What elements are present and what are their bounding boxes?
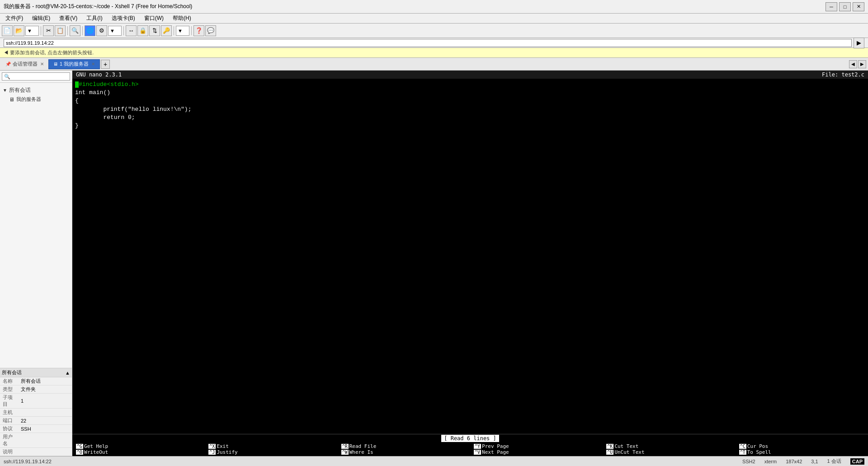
add-tab-button[interactable]: + <box>101 60 110 69</box>
key-uncut-text: UnCut Text <box>614 449 644 455</box>
prop-port-key: 端口 <box>0 417 18 425</box>
menu-help[interactable]: 帮助(H) <box>169 14 195 23</box>
tb-copy[interactable]: 📋 <box>55 25 66 36</box>
close-button[interactable]: ✕ <box>853 2 864 11</box>
prop-name-val: 所有会话 <box>18 377 72 385</box>
app-title: 我的服务器 - root@VM-20-15-centos:~/code - Xs… <box>4 3 192 10</box>
code-line-3: { <box>75 97 865 105</box>
minimize-button[interactable]: ─ <box>826 2 837 11</box>
shortcut-key-get-help: ^G Get Help <box>76 443 201 449</box>
prop-port-row: 端口 22 <box>0 417 72 425</box>
menu-tools[interactable]: 工具(I) <box>83 14 106 23</box>
tab-nav-left[interactable]: ◀ <box>849 60 857 68</box>
code-line-5: return 0; <box>75 114 865 122</box>
tab-nav-right[interactable]: ▶ <box>858 60 866 68</box>
sidebar-item-my-server[interactable]: 🖥 我的服务器 <box>2 95 70 104</box>
shortcut-key-to-spell: ^T To Spell <box>739 449 864 455</box>
prop-count-row: 子项目 1 <box>0 394 72 409</box>
menu-file[interactable]: 文件(F) <box>2 14 27 23</box>
ctrl-k: ^K <box>606 444 613 449</box>
tree-group-header[interactable]: ▼ 所有会话 <box>2 86 70 95</box>
nano-status-badge: [ Read 6 lines ] <box>441 435 499 442</box>
tb-transfer[interactable]: ⇅ <box>149 25 160 36</box>
tb-key[interactable]: 🔑 <box>161 25 172 36</box>
tb-combo2[interactable]: ▼ <box>108 26 122 36</box>
sidebar-item-label: 我的服务器 <box>16 96 41 103</box>
prop-name-key: 名称 <box>0 377 18 385</box>
shortcut-key-cut-text: ^K Cut Text <box>606 443 731 449</box>
session-tabs-bar: 📌 会话管理器 ✕ 🖥 1 我的服务器 ✕ + ◀ ▶ <box>0 58 868 71</box>
sidebar-search <box>0 71 72 83</box>
tb-new[interactable]: 📄 <box>2 25 13 36</box>
address-go[interactable]: ▶ <box>854 38 864 48</box>
key-prev-page: Prev Page <box>482 443 509 449</box>
status-ssh-version: SSH2 <box>742 459 755 464</box>
ctrl-o: ^O <box>76 450 83 455</box>
prop-host-key: 主机 <box>0 409 18 417</box>
tb-extra[interactable]: 💬 <box>205 25 216 36</box>
shortcut-key-cur-pos: ^C Cur Pos <box>739 443 864 449</box>
pin-icon[interactable]: 📌 <box>5 62 11 67</box>
key-where-is: Where Is <box>349 449 373 455</box>
props-expand-icon[interactable]: ▲ <box>65 370 70 376</box>
tree-group-all-sessions: ▼ 所有会话 🖥 我的服务器 <box>0 85 72 105</box>
menu-edit[interactable]: 编辑(E) <box>28 14 54 23</box>
tb-search[interactable]: 🔍 <box>70 25 80 36</box>
session-tab-active[interactable]: 🖥 1 我的服务器 ✕ <box>48 59 100 69</box>
shortcut-key-read-file: ^R Read File <box>341 443 467 449</box>
terminal-area[interactable]: GNU nano 2.3.1 File: test2.c #include<st… <box>72 71 868 456</box>
tb-arrows[interactable]: ↔ <box>126 25 137 36</box>
prop-proto-val: SSH <box>18 425 72 433</box>
shortcut-key-where-is: ^W Where Is <box>341 449 467 455</box>
prop-type-key: 类型 <box>0 385 18 394</box>
ctrl-u: ^U <box>606 450 613 455</box>
sidebar-search-input[interactable] <box>2 72 70 81</box>
tb-lock[interactable]: 🔒 <box>137 25 148 36</box>
nano-filename: File: test2.c <box>822 71 864 78</box>
status-size: 187x42 <box>786 459 802 464</box>
tb-combo1[interactable]: ▼ <box>25 26 39 36</box>
tb-cut[interactable]: ✂ <box>43 25 54 36</box>
tb-combo3[interactable]: ▼ <box>176 26 189 36</box>
session-manager-close[interactable]: ✕ <box>40 62 44 67</box>
tab-server-icon: 🖥 <box>53 62 58 67</box>
key-exit: Exit <box>217 443 229 449</box>
tb-open[interactable]: 📂 <box>14 25 24 36</box>
prop-host-row: 主机 <box>0 409 72 417</box>
main-content: ▼ 所有会话 🖥 我的服务器 所有会话 ▲ 名称 所有会话 <box>0 71 868 456</box>
prop-host-val <box>18 409 72 417</box>
address-input[interactable]: ssh://119.91.19.14:22 <box>4 39 852 47</box>
menu-window[interactable]: 窗口(W) <box>141 14 167 23</box>
terminal-body[interactable]: #include<stdio.h> int main() { printf("h… <box>72 79 868 434</box>
tb-config[interactable]: ⚙ <box>96 25 107 36</box>
tab-close-icon[interactable]: ✕ <box>91 62 95 67</box>
prop-name-row: 名称 所有会话 <box>0 377 72 385</box>
address-bar: ssh://119.91.19.14:22 ▶ <box>0 38 868 48</box>
shortcut-key-exit: ^X Exit <box>208 443 334 449</box>
hint-bar: ◀ 要添加当前会话, 点击左侧的箭头按钮. <box>0 48 868 58</box>
shortcut-key-justify: ^J Justify <box>208 449 334 455</box>
sidebar: ▼ 所有会话 🖥 我的服务器 所有会话 ▲ 名称 所有会话 <box>0 71 72 456</box>
key-cut-text: Cut Text <box>614 443 638 449</box>
key-writeout: WriteOut <box>84 449 108 455</box>
session-manager-label: 📌 会话管理器 ✕ <box>2 60 47 68</box>
menu-tabs[interactable]: 选项卡(B) <box>108 14 139 23</box>
tree-expand-icon: ▼ <box>3 88 7 93</box>
terminal-header: GNU nano 2.3.1 File: test2.c <box>72 71 868 79</box>
prop-user-row: 用户名 <box>0 433 72 448</box>
sep1 <box>41 26 41 35</box>
shortcut-cur-pos: ^C Cur Pos ^T To Spell <box>736 442 868 456</box>
shortcut-key-uncut-text: ^U UnCut Text <box>606 449 731 455</box>
prop-user-key: 用户名 <box>0 433 18 448</box>
ctrl-v: ^V <box>474 450 481 455</box>
status-right: SSH2 xterm 187x42 3,1 1 会话 CAP <box>742 458 864 465</box>
prop-desc-key: 说明 <box>0 448 18 456</box>
maximize-button[interactable]: □ <box>839 2 851 11</box>
props-title: 所有会话 <box>2 369 22 376</box>
tb-help[interactable]: ❓ <box>193 25 204 36</box>
ctrl-x: ^X <box>208 444 216 449</box>
tb-connect[interactable]: 🌐 <box>85 25 95 36</box>
menu-view[interactable]: 查看(V) <box>56 14 81 23</box>
shortcut-exit: ^X Exit ^J Justify <box>205 442 337 456</box>
properties-table: 名称 所有会话 类型 文件夹 子项目 1 主机 端口 22 <box>0 377 72 456</box>
